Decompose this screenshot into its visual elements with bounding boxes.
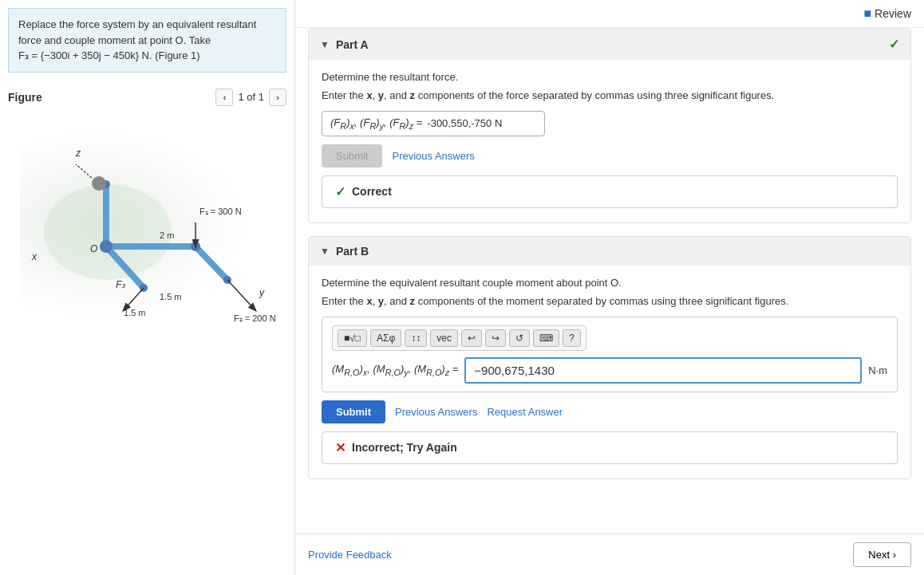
problem-statement: Replace the force system by an equivalen… (8, 8, 286, 73)
svg-rect-15 (92, 176, 106, 191)
toolbar-redo-btn[interactable]: ↪ (485, 329, 506, 347)
problem-text: Replace the force system by an equivalen… (18, 18, 256, 46)
review-button[interactable]: ■ Review (863, 6, 911, 21)
part-a-prev-answers-btn[interactable]: Previous Answers (392, 150, 474, 162)
part-a-title: Part A (336, 38, 369, 51)
part-b-submit-btn[interactable]: Submit (322, 400, 385, 423)
svg-text:F₁ = 300 N: F₁ = 300 N (199, 207, 242, 216)
figure-prev-btn[interactable]: ‹ (215, 89, 233, 106)
svg-text:y: y (259, 287, 265, 298)
toolbar-sqrt-btn[interactable]: ■√□ (338, 329, 367, 347)
part-b-unit: N·m (868, 364, 887, 376)
toolbar-help-btn[interactable]: ? (563, 329, 581, 347)
part-b-instruction: Enter the x, y, and z components of the … (322, 295, 898, 307)
part-a-header-left: ▼ Part A (320, 38, 369, 51)
part-a-chevron: ▼ (320, 39, 330, 50)
toolbar-undo-btn[interactable]: ↩ (461, 329, 482, 347)
figure-next-btn[interactable]: › (269, 89, 286, 106)
toolbar-vec-btn[interactable]: vec (430, 329, 458, 347)
svg-text:x: x (31, 251, 38, 262)
review-label: Review (875, 7, 911, 20)
part-a-input-label: (FR)x, (FR)y, (FR)z = (330, 116, 422, 131)
next-btn[interactable]: Next › (853, 542, 911, 567)
svg-text:O: O (90, 243, 97, 254)
problem-equation: F₃ = {−300i + 350j − 450k} N. (Figure 1) (18, 49, 200, 61)
part-b-status-box: ✕ Incorrect; Try Again (322, 431, 898, 464)
part-a-input-value: -300,550,-750 N (427, 117, 502, 129)
left-panel: Replace the force system by an equivalen… (0, 0, 295, 575)
part-a-submit-btn[interactable]: Submit (322, 144, 382, 167)
toolbar-keyboard-btn[interactable]: ⌨ (533, 329, 559, 347)
figure-diagram: z x y O F₃ (20, 112, 275, 336)
svg-point-10 (100, 240, 113, 253)
figure-area: Figure ‹ 1 of 1 › z x y O F₃ (0, 81, 294, 576)
part-b-answer-input-row: (MR,O)x, (MR,O)y, (MR,O)z = N·m (332, 357, 887, 384)
math-toolbar: ■√□ ΑΣφ ↕↕ vec ↩ ↪ ↺ ⌨ ? (332, 325, 586, 351)
svg-text:1.5 m: 1.5 m (160, 292, 182, 301)
bookmark-icon: ■ (863, 6, 871, 21)
svg-line-22 (227, 280, 255, 310)
svg-text:F₃: F₃ (116, 279, 126, 290)
svg-text:z: z (75, 148, 81, 159)
svg-line-24 (124, 288, 144, 310)
part-b-request-answer-btn[interactable]: Request Answer (487, 406, 563, 418)
part-a-body: Determine the resultant force. Enter the… (309, 60, 910, 223)
part-b-section: ▼ Part B Determine the equivalent result… (308, 236, 911, 479)
part-b-answer-input[interactable] (464, 357, 862, 384)
content-area: ▼ Part A ✓ Determine the resultant force… (295, 28, 924, 534)
toolbar-refresh-btn[interactable]: ↺ (509, 329, 530, 347)
svg-text:1.5 m: 1.5 m (124, 308, 146, 317)
part-b-description: Determine the equivalent resultant coupl… (322, 277, 898, 289)
part-a-header[interactable]: ▼ Part A ✓ (309, 29, 910, 60)
svg-line-8 (195, 246, 227, 280)
right-panel: ■ Review ▼ Part A ✓ Determine the result… (295, 0, 924, 575)
provide-feedback-btn[interactable]: Provide Feedback (308, 549, 392, 561)
toolbar-alpha-btn[interactable]: ΑΣφ (370, 329, 401, 347)
part-b-status-label: Incorrect; Try Again (352, 441, 457, 454)
part-a-instruction: Enter the x, y, and z components of the … (322, 89, 898, 101)
part-a-section: ▼ Part A ✓ Determine the resultant force… (308, 28, 911, 223)
part-b-status-x-icon: ✕ (335, 440, 346, 455)
part-a-check-icon: ✓ (889, 37, 899, 52)
part-a-input-display: (FR)x, (FR)y, (FR)z = -300,550,-750 N (322, 111, 545, 136)
part-b-header[interactable]: ▼ Part B (309, 237, 910, 266)
review-bar: ■ Review (295, 0, 924, 28)
part-b-chevron: ▼ (320, 246, 330, 257)
svg-line-16 (76, 164, 92, 178)
part-a-description: Determine the resultant force. (322, 71, 898, 83)
toolbar-arrows-btn[interactable]: ↕↕ (405, 329, 427, 347)
part-b-submit-row: Submit Previous Answers Request Answer (322, 400, 898, 423)
svg-text:F₂ = 200 N: F₂ = 200 N (234, 313, 275, 323)
figure-svg: z x y O F₃ (20, 112, 275, 336)
part-a-submit-row: Submit Previous Answers (322, 144, 898, 167)
figure-nav: ‹ 1 of 1 › (215, 89, 286, 106)
figure-title: Figure (8, 91, 42, 104)
part-a-status-box: ✓ Correct (322, 175, 898, 208)
part-a-status-label: Correct (352, 185, 392, 198)
part-b-input-label: (MR,O)x, (MR,O)y, (MR,O)z = (332, 363, 458, 377)
part-b-header-left: ▼ Part B (320, 245, 369, 258)
part-b-title: Part B (336, 245, 369, 258)
part-b-prev-answers-btn[interactable]: Previous Answers (395, 406, 477, 418)
part-a-status-check-icon: ✓ (335, 184, 346, 199)
page-footer: Provide Feedback Next › (295, 534, 924, 575)
figure-header: Figure ‹ 1 of 1 › (8, 89, 286, 106)
part-b-input-container: ■√□ ΑΣφ ↕↕ vec ↩ ↪ ↺ ⌨ ? (MR,O)x, (MR,O)… (322, 317, 898, 392)
part-b-body: Determine the equivalent resultant coupl… (309, 266, 910, 479)
svg-text:2 m: 2 m (160, 230, 174, 240)
figure-counter: 1 of 1 (238, 91, 264, 103)
